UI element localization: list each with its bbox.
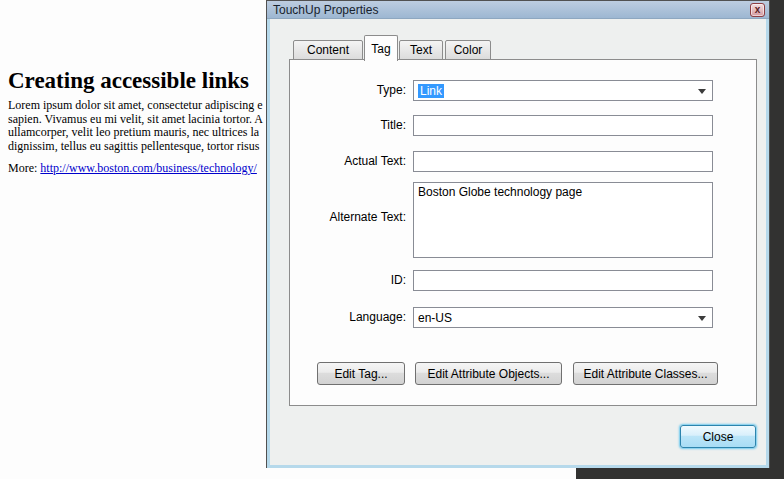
workspace-background-bottom [576, 467, 784, 479]
document-hyperlink[interactable]: http://www.boston.com/business/technolog… [40, 161, 257, 175]
tag-tab-panel: Type: Link Title: Actual Text: Alternate… [289, 59, 757, 406]
title-label: Title: [290, 118, 406, 132]
paragraph-line: sapien. Vivamus eu mi velit, sit amet la… [8, 113, 263, 127]
language-selected-value: en-US [418, 311, 452, 325]
id-field[interactable] [413, 270, 713, 291]
chevron-down-icon [698, 316, 706, 321]
close-button[interactable]: Close [680, 425, 756, 448]
title-field[interactable] [413, 115, 713, 136]
close-icon[interactable]: x [750, 3, 765, 17]
alternate-text-label: Alternate Text: [290, 210, 406, 224]
tab-content[interactable]: Content [293, 40, 363, 60]
document-paragraph: Lorem ipsum dolor sit amet, consectetur … [8, 99, 263, 153]
paragraph-line: dignissim, tellus eu sagittis pellentesq… [8, 140, 263, 154]
document-heading: Creating accessible links [8, 68, 249, 94]
paragraph-line: ullamcorper, velit leo pretium mauris, n… [8, 126, 263, 140]
alternate-text-field[interactable]: Boston Globe technology page [413, 182, 713, 258]
dialog-title: TouchUp Properties [273, 3, 378, 17]
dialog-body: Content Tag Text Color Type: Link Title:… [267, 19, 769, 468]
more-label: More: [8, 161, 40, 175]
workspace-background-right [770, 0, 784, 479]
tab-strip: Content Tag Text Color [270, 37, 766, 60]
type-dropdown[interactable]: Link [413, 80, 713, 101]
chevron-down-icon [698, 89, 706, 94]
id-label: ID: [290, 273, 406, 287]
document-more-line: More: http://www.boston.com/business/tec… [8, 161, 257, 176]
language-label: Language: [290, 310, 406, 324]
touchup-properties-dialog: TouchUp Properties x Content Tag Text Co… [266, 0, 770, 468]
actual-text-field[interactable] [413, 151, 713, 172]
dialog-titlebar[interactable]: TouchUp Properties x [267, 1, 769, 19]
edit-attribute-classes-button[interactable]: Edit Attribute Classes... [573, 362, 718, 385]
edit-attribute-objects-button[interactable]: Edit Attribute Objects... [415, 362, 562, 385]
type-selected-value: Link [418, 84, 444, 98]
edit-tag-button[interactable]: Edit Tag... [317, 362, 405, 385]
type-label: Type: [290, 83, 406, 97]
tab-text[interactable]: Text [399, 40, 443, 60]
tab-color[interactable]: Color [445, 40, 491, 60]
language-dropdown[interactable]: en-US [413, 307, 713, 328]
tab-tag[interactable]: Tag [364, 35, 398, 61]
actual-text-label: Actual Text: [290, 154, 406, 168]
paragraph-line: Lorem ipsum dolor sit amet, consectetur … [8, 99, 263, 113]
